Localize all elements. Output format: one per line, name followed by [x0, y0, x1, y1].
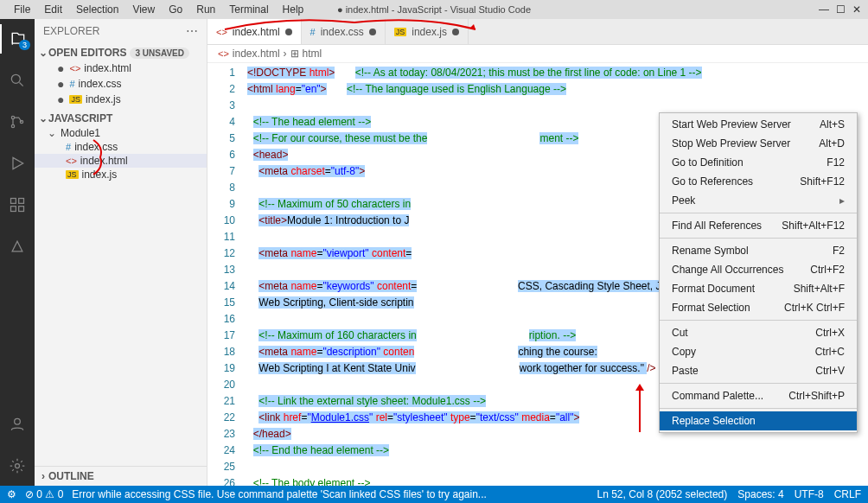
open-editor-item[interactable]: ●#index.css: [35, 76, 207, 92]
minimize-icon[interactable]: —: [819, 3, 829, 16]
menu-item[interactable]: Peek▸: [660, 191, 857, 210]
svg-point-2: [11, 124, 14, 127]
title-bar: FileEditSelectionViewGoRunTerminalHelp ●…: [0, 0, 868, 19]
activity-bar: 3: [0, 19, 35, 486]
menu-edit[interactable]: Edit: [39, 2, 67, 17]
menu-item[interactable]: CutCtrl+X: [660, 323, 857, 342]
chevron-down-icon: ⌄: [38, 47, 48, 59]
folder-module1[interactable]: ⌄ Module1: [35, 126, 207, 140]
menu-run[interactable]: Run: [191, 2, 220, 17]
svg-point-9: [16, 464, 20, 468]
svg-point-8: [15, 418, 21, 424]
settings-icon[interactable]: [0, 451, 35, 481]
open-editor-item[interactable]: ●JSindex.js: [35, 92, 207, 107]
menu-item[interactable]: Go to ReferencesShift+F12: [660, 172, 857, 191]
html-icon: <>: [218, 48, 229, 59]
azure-icon[interactable]: [0, 232, 35, 261]
menu-separator: [660, 408, 857, 409]
outline-header[interactable]: › OUTLINE: [35, 468, 207, 484]
run-debug-icon[interactable]: [0, 149, 35, 178]
menu-item[interactable]: CopyCtrl+C: [660, 342, 857, 361]
problems-status[interactable]: ⊘ 0 ⚠ 0: [25, 488, 63, 500]
explorer-badge: 3: [19, 40, 30, 50]
chevron-down-icon: ⌄: [47, 127, 57, 139]
svg-rect-7: [19, 207, 24, 212]
extensions-icon[interactable]: [0, 190, 35, 220]
search-icon[interactable]: [0, 66, 35, 95]
menu-item[interactable]: Stop Web Preview ServerAlt+D: [660, 134, 857, 153]
eol-status[interactable]: CRLF: [834, 488, 861, 500]
chevron-right-icon: ›: [38, 470, 48, 482]
svg-rect-6: [11, 207, 16, 212]
dirty-dot-icon: ●: [57, 92, 64, 106]
tab-index-css[interactable]: #index.css: [302, 19, 386, 44]
close-icon[interactable]: ✕: [852, 3, 861, 16]
menu-help[interactable]: Help: [278, 2, 310, 17]
sidebar-header: EXPLORER ⋯: [35, 19, 207, 43]
file-item[interactable]: JSindex.js: [35, 168, 207, 181]
js-icon: JS: [66, 170, 79, 179]
file-item[interactable]: #index.css: [35, 140, 207, 154]
js-icon: JS: [394, 28, 407, 36]
tab-index-html[interactable]: <>index.html: [207, 19, 302, 44]
menu-item[interactable]: Command Palette...Ctrl+Shift+P: [660, 386, 857, 405]
menu-separator: [660, 383, 857, 384]
source-control-icon[interactable]: [0, 107, 35, 137]
status-bar: ⚙ ⊘ 0 ⚠ 0 Error while accessing CSS file…: [0, 486, 868, 503]
svg-point-1: [11, 116, 14, 118]
indent-status[interactable]: Spaces: 4: [737, 488, 783, 500]
window-title: ● index.html - JavaScript - Visual Studi…: [337, 4, 531, 15]
menu-selection[interactable]: Selection: [71, 2, 124, 17]
editor-area: <>index.html#index.cssJSindex.js <> inde…: [207, 19, 868, 486]
dirty-dot-icon: ●: [57, 61, 64, 75]
menu-item[interactable]: PasteCtrl+V: [660, 361, 857, 380]
dirty-dot-icon: [452, 29, 459, 35]
cursor-position[interactable]: Ln 52, Col 8 (2052 selected): [597, 488, 728, 500]
js-icon: JS: [69, 95, 82, 104]
explorer-title: EXPLORER: [43, 25, 99, 37]
menu-item[interactable]: Format DocumentShift+Alt+F: [660, 279, 857, 298]
dirty-dot-icon: ●: [57, 77, 64, 91]
menu-item[interactable]: Change All OccurrencesCtrl+F2: [660, 260, 857, 279]
unsaved-badge: 3 UNSAVED: [130, 48, 189, 59]
dirty-dot-icon: [369, 29, 376, 35]
svg-rect-5: [19, 199, 24, 204]
html-icon: <>: [216, 27, 227, 37]
encoding-status[interactable]: UTF-8: [795, 488, 824, 500]
element-icon: ⊞: [290, 48, 299, 60]
menu-item[interactable]: Format SelectionCtrl+K Ctrl+F: [660, 298, 857, 317]
explorer-icon[interactable]: 3: [0, 24, 35, 54]
editor-tabs: <>index.html#index.cssJSindex.js: [207, 19, 868, 45]
menu-go[interactable]: Go: [163, 2, 188, 17]
dirty-dot-icon: [285, 29, 292, 35]
breadcrumb[interactable]: <> index.html › ⊞ html: [207, 45, 868, 63]
menu-separator: [660, 213, 857, 213]
account-icon[interactable]: [0, 410, 35, 439]
folder-header[interactable]: ⌄ JAVASCRIPT: [35, 111, 207, 126]
more-icon[interactable]: ⋯: [186, 24, 198, 38]
menu-file[interactable]: File: [9, 2, 35, 17]
menu-separator: [660, 238, 857, 239]
css-icon: #: [310, 27, 316, 37]
menu-terminal[interactable]: Terminal: [224, 2, 273, 17]
status-error[interactable]: Error while accessing CSS file. Use comm…: [72, 488, 486, 500]
open-editors-header[interactable]: ⌄ OPEN EDITORS 3 UNSAVED: [35, 45, 207, 60]
html-icon: <>: [66, 156, 77, 166]
menu-item[interactable]: Find All ReferencesShift+Alt+F12: [660, 216, 857, 235]
menu-view[interactable]: View: [127, 2, 160, 17]
file-item[interactable]: <>index.html: [35, 154, 207, 168]
open-editor-item[interactable]: ●<>index.html: [35, 60, 207, 76]
maximize-icon[interactable]: ☐: [836, 3, 846, 16]
context-menu: Start Web Preview ServerAlt+SStop Web Pr…: [659, 112, 858, 433]
menu-separator: [660, 320, 857, 321]
css-icon: #: [69, 79, 74, 89]
menu-item[interactable]: Go to DefinitionF12: [660, 153, 857, 172]
menu-item[interactable]: Replace Selection: [660, 411, 857, 430]
remote-icon[interactable]: ⚙: [7, 488, 16, 500]
tab-index-js[interactable]: JSindex.js: [386, 19, 469, 44]
line-gutter: 1234567891011121314151617181920212223242…: [207, 63, 244, 486]
menu-item[interactable]: Rename SymbolF2: [660, 241, 857, 260]
html-icon: <>: [69, 63, 80, 73]
window-controls: — ☐ ✕: [819, 3, 865, 16]
menu-item[interactable]: Start Web Preview ServerAlt+S: [660, 115, 857, 134]
